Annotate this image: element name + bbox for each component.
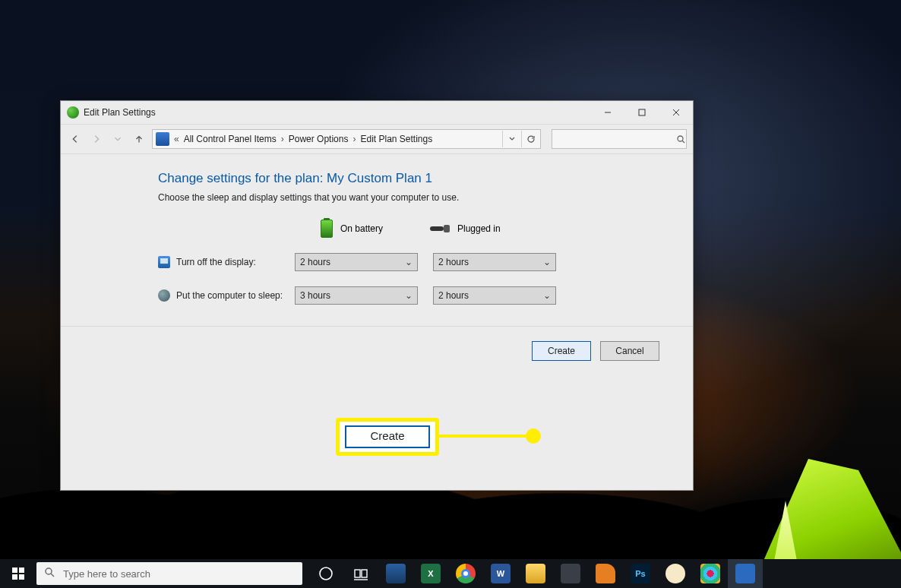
create-button[interactable]: Create	[532, 341, 591, 361]
svg-rect-7	[19, 567, 24, 573]
taskbar-app-photoshop[interactable]: Ps	[623, 559, 658, 588]
address-bar[interactable]: « All Control Panel Items › Power Option…	[152, 129, 541, 149]
sleep-plugged-select[interactable]: 2 hours ⌄	[433, 286, 556, 305]
control-panel-icon	[156, 132, 169, 146]
chevron-down-icon: ⌄	[405, 290, 413, 301]
taskbar-app-firefox[interactable]	[588, 559, 623, 588]
setting-label: Put the computer to sleep:	[176, 290, 295, 301]
svg-point-4	[678, 136, 683, 141]
svg-point-12	[320, 567, 332, 580]
taskbar-app-3d-paint[interactable]	[378, 559, 413, 588]
page-heading: Change settings for the plan: My Custom …	[158, 171, 693, 186]
search-icon[interactable]	[675, 134, 686, 144]
display-icon	[158, 256, 170, 268]
breadcrumb-prefix: «	[172, 134, 181, 144]
nav-up-button[interactable]	[131, 131, 147, 147]
column-on-battery: On battery	[340, 223, 383, 234]
taskbar-app-settings[interactable]	[728, 559, 763, 588]
sleep-battery-select[interactable]: 3 hours ⌄	[295, 286, 418, 305]
nav-recent-button[interactable]	[109, 131, 126, 147]
svg-rect-1	[639, 109, 645, 115]
setting-label: Turn off the display:	[176, 257, 295, 267]
taskbar-icons: XWPs	[308, 559, 763, 588]
column-headers: On battery Plugged in	[158, 220, 693, 238]
start-button[interactable]	[0, 559, 36, 588]
select-value: 3 hours	[300, 290, 330, 301]
setting-row-sleep: Put the computer to sleep: 3 hours ⌄ 2 h…	[158, 286, 693, 305]
display-plugged-select[interactable]: 2 hours ⌄	[433, 253, 556, 271]
setting-row-display: Turn off the display: 2 hours ⌄ 2 hours …	[158, 253, 693, 271]
cancel-button[interactable]: Cancel	[600, 341, 659, 361]
svg-rect-9	[19, 574, 24, 580]
address-dropdown[interactable]	[502, 131, 521, 147]
taskbar-app-word[interactable]: W	[483, 559, 518, 588]
chevron-down-icon: ⌄	[405, 257, 413, 267]
breadcrumb-item[interactable]: Edit Plan Settings	[357, 134, 435, 144]
search-icon	[44, 567, 55, 580]
window-titlebar[interactable]: Edit Plan Settings	[61, 101, 693, 124]
svg-point-10	[46, 568, 52, 574]
display-battery-select[interactable]: 2 hours ⌄	[295, 253, 418, 271]
edit-plan-settings-window: Edit Plan Settings « All Control Panel I…	[60, 100, 694, 491]
cortana-button[interactable]	[308, 559, 343, 588]
taskbar-app-duplicate[interactable]	[553, 559, 588, 588]
select-value: 2 hours	[438, 257, 469, 267]
chevron-right-icon: ›	[351, 134, 357, 144]
battery-icon	[321, 220, 333, 238]
plug-icon	[430, 223, 450, 234]
chevron-right-icon: ›	[280, 134, 286, 144]
window-title: Edit Plan Settings	[84, 107, 590, 118]
page-subtext: Choose the sleep and display settings th…	[158, 192, 693, 203]
svg-rect-6	[12, 567, 17, 573]
taskbar-app-slack[interactable]	[693, 559, 728, 588]
svg-rect-13	[355, 570, 360, 577]
window-content: Change settings for the plan: My Custom …	[61, 154, 693, 490]
nav-forward-button[interactable]	[88, 131, 105, 147]
column-plugged-in: Plugged in	[457, 223, 501, 234]
action-bar: Create Cancel	[61, 327, 693, 375]
refresh-button[interactable]	[521, 131, 540, 147]
taskbar-app-palette[interactable]	[658, 559, 693, 588]
select-value: 2 hours	[438, 290, 469, 301]
task-view-button[interactable]	[343, 559, 378, 588]
sleep-icon	[158, 289, 170, 302]
search-box[interactable]	[552, 129, 687, 149]
taskbar-app-excel[interactable]: X	[413, 559, 448, 588]
nav-back-button[interactable]	[67, 131, 84, 147]
taskbar: Type here to search XWPs	[0, 559, 901, 588]
select-value: 2 hours	[300, 257, 330, 267]
search-input[interactable]	[552, 134, 675, 144]
taskbar-app-chrome[interactable]	[448, 559, 483, 588]
breadcrumb-item[interactable]: Power Options	[286, 134, 352, 144]
taskbar-search-placeholder: Type here to search	[63, 568, 150, 580]
power-icon	[67, 106, 79, 119]
svg-line-5	[682, 141, 684, 143]
nav-toolbar: « All Control Panel Items › Power Option…	[61, 124, 693, 154]
breadcrumb-item[interactable]: All Control Panel Items	[181, 134, 280, 144]
minimize-button[interactable]	[590, 101, 624, 124]
desktop-tent	[719, 436, 901, 573]
chevron-down-icon: ⌄	[543, 257, 551, 267]
taskbar-app-file-explorer[interactable]	[518, 559, 553, 588]
close-button[interactable]	[659, 101, 693, 124]
svg-line-11	[51, 574, 54, 577]
svg-rect-14	[362, 570, 367, 577]
maximize-button[interactable]	[624, 101, 659, 124]
svg-rect-8	[12, 574, 17, 580]
chevron-down-icon: ⌄	[543, 290, 551, 301]
taskbar-search[interactable]: Type here to search	[36, 562, 302, 585]
